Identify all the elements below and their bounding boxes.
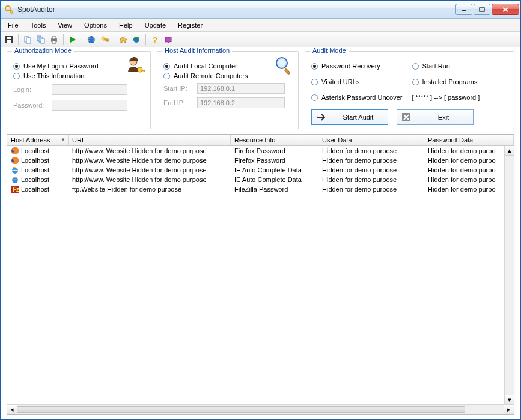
menu-update[interactable]: Update — [140, 20, 171, 30]
radio-dot-icon — [13, 63, 20, 70]
globe-icon[interactable] — [85, 34, 97, 46]
maximize-button[interactable] — [474, 4, 490, 15]
menu-options[interactable]: Options — [79, 20, 112, 30]
password-label: Password: — [13, 102, 47, 109]
cell-url: http://www. Website Hidden for demo purp… — [69, 166, 231, 174]
sort-desc-icon: ▼ — [61, 137, 66, 142]
asterisk-hint-text: [ ***** ] --> [ password ] — [412, 94, 480, 101]
col-host-address[interactable]: Host Address▼ — [7, 135, 69, 145]
results-grid: Host Address▼ URL Resource Info User Dat… — [7, 134, 514, 415]
cell-host: Localhost — [21, 166, 49, 174]
svg-rect-23 — [107, 40, 108, 41]
radio-audit-remote[interactable]: Audit Remote Computers — [163, 72, 292, 79]
scroll-left-icon[interactable]: ◂ — [7, 405, 17, 414]
radio-asterisk-uncover[interactable]: Asterisk Password Uncover — [311, 94, 407, 101]
svg-point-19 — [88, 36, 95, 43]
help-icon[interactable]: ? — [149, 34, 161, 46]
start-audit-button[interactable]: Start Audit — [311, 109, 388, 125]
radio-start-run-label: Start Run — [422, 62, 450, 70]
login-input[interactable] — [52, 84, 127, 95]
grid-header: Host Address▼ URL Resource Info User Dat… — [7, 135, 514, 146]
save-icon[interactable] — [3, 34, 15, 46]
radio-audit-remote-label: Audit Remote Computers — [174, 72, 248, 79]
cell-resource: IE Auto Complete Data — [231, 166, 318, 174]
exit-button[interactable]: Exit — [397, 109, 474, 125]
col-resource-info[interactable]: Resource Info — [231, 135, 318, 145]
radio-dot-icon — [13, 73, 20, 79]
cell-resource: FileZilla Password — [231, 186, 318, 193]
refresh-globe-icon[interactable] — [130, 34, 142, 46]
table-row[interactable]: Localhosthttp://www. Website Hidden for … — [7, 146, 504, 156]
radio-password-recovery[interactable]: Password Recovery — [311, 62, 407, 70]
table-row[interactable]: Localhosthttp://www. Website Hidden for … — [7, 165, 504, 175]
startip-input[interactable] — [197, 83, 285, 94]
radio-dot-icon — [163, 63, 170, 70]
book-icon[interactable] — [162, 34, 174, 46]
close-button[interactable] — [492, 4, 519, 15]
vertical-scrollbar[interactable]: ▴ ▾ — [504, 146, 514, 404]
cell-user: Hidden for demo purpose — [318, 186, 424, 193]
table-row[interactable]: FzLocalhostftp.Website Hidden for demo p… — [7, 184, 504, 194]
password-input[interactable] — [52, 100, 127, 111]
svg-rect-9 — [7, 40, 11, 43]
radio-password-recovery-label: Password Recovery — [321, 62, 380, 70]
toolbar: ? — [1, 32, 520, 47]
magnifier-icon — [274, 55, 293, 75]
copy-all-icon[interactable] — [35, 34, 47, 46]
menu-view[interactable]: View — [53, 20, 77, 30]
menu-register[interactable]: Register — [173, 20, 207, 30]
table-row[interactable]: Localhosthttp://www. Website Hidden for … — [7, 175, 504, 184]
svg-marker-24 — [120, 37, 127, 43]
group-host-audit: Host Audit Information Audit Local Compu… — [157, 51, 299, 129]
col-password-data[interactable]: Password-Data — [424, 135, 514, 145]
cell-password: Hidden for demo purpo — [424, 176, 504, 183]
svg-rect-8 — [7, 37, 11, 39]
play-icon[interactable] — [67, 34, 79, 46]
svg-marker-18 — [70, 37, 76, 43]
firefox-icon — [11, 147, 19, 155]
cell-host: Localhost — [21, 157, 49, 164]
svg-text:?: ? — [153, 35, 157, 44]
scroll-down-icon[interactable]: ▾ — [505, 395, 514, 404]
cell-user: Hidden for demo purpose — [318, 166, 424, 174]
user-key-icon — [125, 55, 145, 77]
firefox-icon — [11, 156, 19, 165]
home-icon[interactable] — [117, 34, 129, 46]
col-url-label: URL — [72, 136, 85, 144]
radio-visited-urls[interactable]: Visited URLs — [311, 78, 407, 85]
print-icon[interactable] — [48, 34, 60, 46]
radio-dot-icon — [163, 73, 170, 79]
titlebar[interactable]: SpotAuditor — [1, 1, 520, 19]
cell-host: Localhost — [21, 186, 49, 193]
key-icon[interactable] — [99, 34, 111, 46]
menu-help[interactable]: Help — [114, 20, 138, 30]
start-audit-label: Start Audit — [332, 114, 384, 121]
panels-row: Authorization Mode Use My Login / Passwo… — [1, 47, 520, 134]
scroll-right-icon[interactable]: ▸ — [504, 405, 514, 414]
radio-audit-local-label: Audit Local Computer — [174, 62, 237, 70]
hscroll-track[interactable] — [17, 405, 504, 414]
minimize-button[interactable] — [455, 4, 472, 15]
col-user-data[interactable]: User Data — [318, 135, 424, 145]
radio-audit-local[interactable]: Audit Local Computer — [163, 62, 292, 70]
ie-icon — [11, 166, 19, 174]
cell-url: http://www. Website Hidden for demo purp… — [69, 147, 231, 154]
col-url[interactable]: URL — [69, 135, 231, 145]
menu-tools[interactable]: Tools — [26, 20, 51, 30]
group-authorization-legend: Authorization Mode — [12, 47, 74, 54]
cell-resource: IE Auto Complete Data — [231, 176, 318, 183]
radio-start-run[interactable]: Start Run — [412, 62, 508, 70]
svg-rect-11 — [26, 38, 31, 43]
endip-input[interactable] — [197, 97, 285, 108]
title-text: SpotAuditor — [17, 5, 455, 14]
group-authorization: Authorization Mode Use My Login / Passwo… — [7, 51, 151, 129]
hscroll-thumb[interactable] — [17, 406, 465, 413]
radio-installed-programs[interactable]: Installed Programs — [412, 78, 508, 85]
menu-file[interactable]: File — [3, 20, 23, 30]
scroll-up-icon[interactable]: ▴ — [505, 146, 514, 156]
horizontal-scrollbar[interactable]: ◂ ▸ — [7, 404, 514, 414]
copy-icon[interactable] — [22, 34, 34, 46]
table-row[interactable]: Localhosthttp://www. Website Hidden for … — [7, 156, 504, 165]
radio-asterisk-uncover-label: Asterisk Password Uncover — [321, 94, 403, 101]
startip-label: Start IP: — [163, 85, 192, 92]
